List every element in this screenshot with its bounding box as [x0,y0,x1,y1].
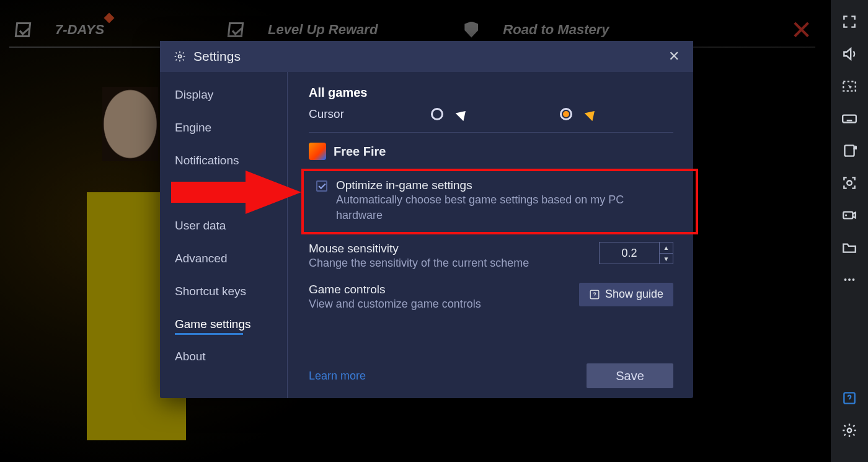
svg-rect-1 [843,115,856,123]
cursor-option-white[interactable] [431,108,467,120]
tab-level-up[interactable]: Level Up Reward [268,22,378,38]
help-square-icon [589,289,600,300]
keymap-icon[interactable] [841,110,857,127]
cursor-white-icon [456,107,470,122]
cursor-capture-icon[interactable] [841,78,857,94]
controls-desc: View and customize game controls [309,296,579,312]
folder-icon[interactable] [841,239,857,255]
cursor-option-orange[interactable] [560,108,596,120]
annotation-arrow [171,171,301,214]
tab-mastery[interactable]: Road to Mastery [503,22,609,38]
svg-point-3 [847,180,852,185]
radio-icon [431,108,443,120]
volume-icon[interactable] [841,46,857,62]
sidebar-item-about[interactable]: About [175,350,287,364]
save-button[interactable]: Save [587,363,673,388]
optimize-title: Optimize in-game settings [336,179,663,192]
svg-point-5 [845,214,847,216]
mouse-sens-title: Mouse sensitivity [309,242,599,255]
check-icon [15,22,32,37]
help-icon[interactable] [841,390,857,406]
settings-modal: Settings ✕ Display Engine Notifications … [160,41,693,398]
optimize-setting-row: Optimize in-game settings Automatically … [309,172,673,231]
fullscreen-icon[interactable] [841,14,857,30]
mouse-sens-stepper[interactable]: ▲ ▼ [599,242,673,264]
svg-point-6 [844,278,847,281]
check-icon [228,22,244,37]
sidebar-item-notifications[interactable]: Notifications [175,154,287,168]
modal-title: Settings [193,49,241,64]
mouse-sens-desc: Change the sensitivity of the current sc… [309,255,599,271]
settings-sidebar: Display Engine Notifications Preferences… [160,72,288,398]
all-games-header: All games [309,86,673,100]
svg-point-10 [848,429,852,433]
cursor-orange-icon [585,107,599,122]
svg-point-11 [179,55,182,58]
sidebar-item-display[interactable]: Display [175,88,287,102]
stepper-up-icon[interactable]: ▲ [660,242,673,253]
show-guide-label: Show guide [605,288,663,301]
show-guide-button[interactable]: Show guide [579,283,673,306]
sidebar-item-advanced[interactable]: Advanced [175,252,287,266]
svg-rect-2 [844,145,854,156]
settings-content: All games Cursor Free Fire [288,72,693,398]
radio-selected-icon [560,108,572,120]
svg-marker-13 [171,171,301,214]
more-icon[interactable] [841,272,857,288]
install-apk-icon[interactable] [841,143,857,159]
divider [309,132,673,133]
svg-point-7 [848,278,851,281]
stepper-down-icon[interactable]: ▼ [660,253,673,264]
emulator-side-rail [831,0,868,462]
sidebar-item-game-settings[interactable]: Game settings [175,318,287,332]
game-icon [309,143,326,160]
camera-icon[interactable] [841,175,857,191]
svg-point-8 [852,278,855,281]
modal-titlebar: Settings ✕ [160,41,693,72]
game-header: Free Fire [309,143,673,160]
svg-rect-4 [843,212,852,219]
game-name: Free Fire [334,144,386,159]
record-icon[interactable] [841,207,857,223]
optimize-desc: Automatically choose best game settings … [336,192,663,223]
controls-title: Game controls [309,283,579,296]
shield-icon [464,22,478,38]
learn-more-link[interactable]: Learn more [309,370,366,383]
sidebar-item-user-data[interactable]: User data [175,219,287,233]
sidebar-item-engine[interactable]: Engine [175,121,287,135]
settings-icon[interactable] [841,422,857,438]
optimize-checkbox[interactable] [316,180,327,192]
cursor-label: Cursor [309,107,344,121]
game-close-button[interactable]: ✕ [790,17,812,43]
modal-close-button[interactable]: ✕ [663,46,684,67]
gear-icon [174,50,186,63]
sidebar-item-shortcut-keys[interactable]: Shortcut keys [175,285,287,299]
mouse-sens-input[interactable] [600,242,659,264]
tab-7days[interactable]: 7-DAYS [55,22,104,38]
